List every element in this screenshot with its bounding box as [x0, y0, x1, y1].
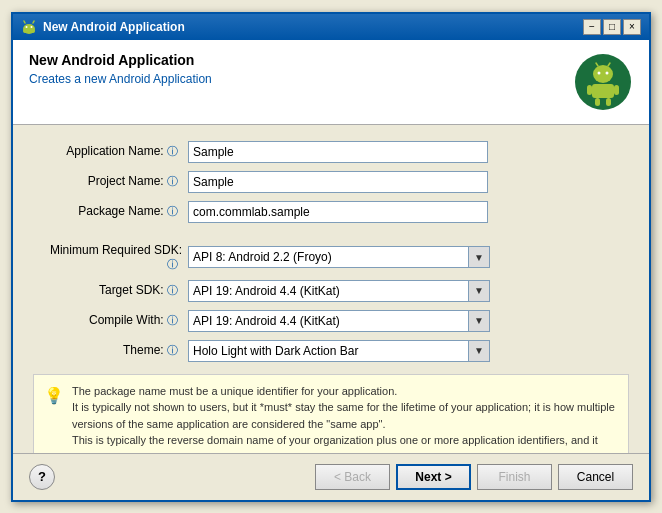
target-sdk-value: API 19: Android 4.4 (KitKat)	[188, 280, 468, 302]
form-section-sdk: Minimum Required SDK: ⓘ API 8: Android 2…	[33, 243, 629, 362]
bulb-icon: 💡	[44, 384, 64, 408]
title-bar-left: New Android Application	[21, 19, 185, 35]
svg-line-3	[24, 21, 25, 23]
close-button[interactable]: ×	[623, 19, 641, 35]
application-name-row: Application Name: ⓘ	[33, 141, 629, 163]
svg-rect-12	[592, 84, 614, 98]
finish-button[interactable]: Finish	[477, 464, 552, 490]
theme-row: Theme: ⓘ Holo Light with Dark Action Bar…	[33, 340, 629, 362]
form-section-basic: Application Name: ⓘ Project Name: ⓘ Pack…	[33, 141, 629, 223]
application-name-info-icon[interactable]: ⓘ	[167, 145, 178, 157]
header-text: New Android Application Creates a new An…	[29, 52, 212, 86]
android-logo	[573, 52, 633, 112]
dialog-title: New Android Application	[29, 52, 212, 68]
info-box: 💡 The package name must be a unique iden…	[33, 374, 629, 453]
dialog-header: New Android Application Creates a new An…	[13, 40, 649, 125]
dialog-body: Application Name: ⓘ Project Name: ⓘ Pack…	[13, 125, 649, 453]
compile-with-row: Compile With: ⓘ API 19: Android 4.4 (Kit…	[33, 310, 629, 332]
application-name-label: Application Name: ⓘ	[33, 144, 188, 159]
min-sdk-label: Minimum Required SDK: ⓘ	[33, 243, 188, 272]
target-sdk-select-container: API 19: Android 4.4 (KitKat) ▼	[188, 280, 490, 302]
back-button[interactable]: < Back	[315, 464, 390, 490]
title-bar: New Android Application − □ ×	[13, 14, 649, 40]
min-sdk-info-icon[interactable]: ⓘ	[167, 258, 178, 270]
svg-point-9	[606, 71, 609, 74]
svg-point-8	[598, 71, 601, 74]
dialog-subtitle: Creates a new Android Application	[29, 72, 212, 86]
target-sdk-dropdown-btn[interactable]: ▼	[468, 280, 490, 302]
compile-with-dropdown-btn[interactable]: ▼	[468, 310, 490, 332]
svg-point-2	[31, 26, 33, 28]
dialog-window: New Android Application − □ × New Androi…	[11, 12, 651, 502]
svg-rect-5	[23, 29, 35, 33]
footer-buttons: < Back Next > Finish Cancel	[315, 464, 633, 490]
compile-with-select-container: API 19: Android 4.4 (KitKat) ▼	[188, 310, 490, 332]
theme-dropdown-btn[interactable]: ▼	[468, 340, 490, 362]
min-sdk-value: API 8: Android 2.2 (Froyo)	[188, 246, 468, 268]
info-box-text: The package name must be a unique identi…	[72, 383, 618, 453]
project-name-row: Project Name: ⓘ	[33, 171, 629, 193]
help-button[interactable]: ?	[29, 464, 55, 490]
target-sdk-row: Target SDK: ⓘ API 19: Android 4.4 (KitKa…	[33, 280, 629, 302]
theme-info-icon[interactable]: ⓘ	[167, 344, 178, 356]
min-sdk-select-container: API 8: Android 2.2 (Froyo) ▼	[188, 246, 490, 268]
svg-rect-15	[595, 98, 600, 106]
target-sdk-info-icon[interactable]: ⓘ	[167, 284, 178, 296]
dialog-footer: ? < Back Next > Finish Cancel	[13, 453, 649, 500]
package-name-row: Package Name: ⓘ	[33, 201, 629, 223]
package-name-info-icon[interactable]: ⓘ	[167, 205, 178, 217]
svg-point-7	[593, 65, 613, 83]
compile-with-label: Compile With: ⓘ	[33, 313, 188, 328]
svg-rect-16	[606, 98, 611, 106]
cancel-button[interactable]: Cancel	[558, 464, 633, 490]
minimize-button[interactable]: −	[583, 19, 601, 35]
svg-point-1	[26, 26, 28, 28]
maximize-button[interactable]: □	[603, 19, 621, 35]
theme-value: Holo Light with Dark Action Bar	[188, 340, 468, 362]
title-bar-controls: − □ ×	[583, 19, 641, 35]
project-name-input[interactable]	[188, 171, 488, 193]
project-name-label: Project Name: ⓘ	[33, 174, 188, 189]
next-button[interactable]: Next >	[396, 464, 471, 490]
android-title-icon	[21, 19, 37, 35]
package-name-label: Package Name: ⓘ	[33, 204, 188, 219]
compile-with-value: API 19: Android 4.4 (KitKat)	[188, 310, 468, 332]
package-name-input[interactable]	[188, 201, 488, 223]
title-bar-text: New Android Application	[43, 20, 185, 34]
min-sdk-row: Minimum Required SDK: ⓘ API 8: Android 2…	[33, 243, 629, 272]
svg-line-4	[33, 21, 34, 23]
theme-label: Theme: ⓘ	[33, 343, 188, 358]
application-name-input[interactable]	[188, 141, 488, 163]
theme-select-container: Holo Light with Dark Action Bar ▼	[188, 340, 490, 362]
compile-with-info-icon[interactable]: ⓘ	[167, 314, 178, 326]
svg-rect-14	[614, 85, 619, 95]
project-name-info-icon[interactable]: ⓘ	[167, 175, 178, 187]
target-sdk-label: Target SDK: ⓘ	[33, 283, 188, 298]
min-sdk-dropdown-btn[interactable]: ▼	[468, 246, 490, 268]
svg-rect-13	[587, 85, 592, 95]
